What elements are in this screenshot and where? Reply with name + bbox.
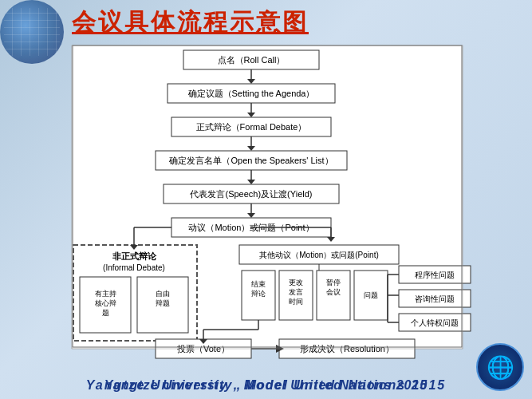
- svg-text:确定发言名单（Open the Speakers' List: 确定发言名单（Open the Speakers' List）: [168, 156, 333, 165]
- svg-text:更改: 更改: [289, 279, 303, 286]
- svg-text:点名（Roll Call）: 点名（Roll Call）: [218, 55, 286, 65]
- svg-text:核心辩: 核心辩: [94, 299, 116, 307]
- svg-text:会议: 会议: [326, 288, 341, 296]
- svg-text:正式辩论（Formal Debate）: 正式辩论（Formal Debate）: [196, 122, 307, 132]
- page-title: 会议具体流程示意图: [72, 6, 309, 39]
- svg-text:非正式辩论: 非正式辩论: [112, 251, 157, 261]
- svg-text:个人特权问题: 个人特权问题: [411, 318, 459, 327]
- footer-text: Yangtze University , Model United Nation…: [0, 378, 532, 393]
- svg-text:题: 题: [102, 309, 109, 317]
- svg-text:代表发言(Speech)及让渡(Yield): 代表发言(Speech)及让渡(Yield): [189, 189, 312, 199]
- svg-text:确定议题（Setting the Agenda）: 确定议题（Setting the Agenda）: [187, 89, 315, 98]
- svg-text:其他动议（Motion）或问题(Point): 其他动议（Motion）或问题(Point): [259, 251, 378, 259]
- svg-text:结束: 结束: [251, 280, 266, 288]
- svg-text:辩题: 辩题: [156, 299, 170, 307]
- svg-text:发言: 发言: [289, 288, 303, 296]
- svg-text:自由: 自由: [156, 290, 170, 298]
- svg-text:问题: 问题: [364, 291, 378, 299]
- svg-text:暂停: 暂停: [326, 279, 341, 286]
- svg-text:时间: 时间: [289, 298, 303, 306]
- svg-text:(Informal Debate): (Informal Debate): [103, 263, 165, 272]
- svg-text:有主持: 有主持: [95, 290, 116, 298]
- svg-text:程序性问题: 程序性问题: [415, 271, 455, 279]
- svg-text:咨询性问题: 咨询性问题: [415, 294, 455, 303]
- flow-diagram: 点名（Roll Call） 确定议题（Setting the Agenda） 正…: [8, 44, 524, 371]
- svg-text:辩论: 辩论: [251, 290, 266, 298]
